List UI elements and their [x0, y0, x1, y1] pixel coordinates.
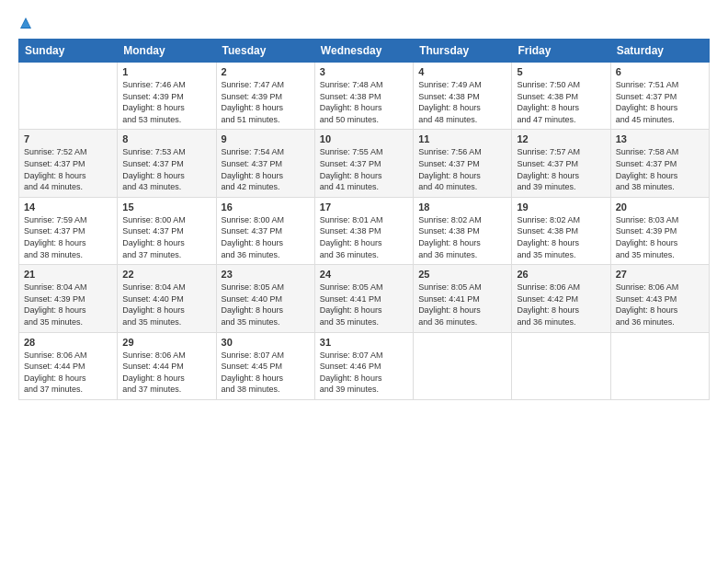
calendar-week-row: 28Sunrise: 8:06 AMSunset: 4:44 PMDayligh… [19, 332, 710, 399]
svg-marker-1 [21, 19, 30, 28]
day-number: 28 [24, 337, 112, 348]
day-info: Sunrise: 7:53 AMSunset: 4:37 PMDaylight:… [122, 146, 210, 192]
logo-icon [19, 17, 32, 29]
calendar-cell: 10Sunrise: 7:55 AMSunset: 4:37 PMDayligh… [314, 130, 413, 197]
calendar-cell: 13Sunrise: 7:58 AMSunset: 4:37 PMDayligh… [610, 130, 709, 197]
day-info: Sunrise: 7:48 AMSunset: 4:38 PMDaylight:… [320, 79, 408, 125]
day-info: Sunrise: 8:05 AMSunset: 4:40 PMDaylight:… [222, 282, 310, 327]
day-number: 11 [418, 133, 506, 144]
day-info: Sunrise: 8:02 AMSunset: 4:38 PMDaylight:… [418, 214, 506, 260]
calendar-cell: 3Sunrise: 7:48 AMSunset: 4:38 PMDaylight… [314, 63, 413, 130]
calendar-cell: 14Sunrise: 7:59 AMSunset: 4:37 PMDayligh… [19, 197, 118, 264]
calendar-week-row: 7Sunrise: 7:52 AMSunset: 4:37 PMDaylight… [19, 130, 710, 197]
day-number: 20 [616, 201, 704, 213]
day-number: 16 [222, 201, 310, 213]
day-number: 14 [24, 201, 112, 213]
weekday-header-tuesday: Tuesday [216, 40, 314, 63]
day-info: Sunrise: 7:59 AMSunset: 4:37 PMDaylight:… [24, 214, 112, 260]
day-number: 26 [517, 269, 605, 280]
calendar-cell: 7Sunrise: 7:52 AMSunset: 4:37 PMDaylight… [19, 130, 118, 197]
calendar-cell: 9Sunrise: 7:54 AMSunset: 4:37 PMDaylight… [216, 130, 314, 197]
calendar-week-row: 14Sunrise: 7:59 AMSunset: 4:37 PMDayligh… [19, 197, 710, 264]
day-info: Sunrise: 8:06 AMSunset: 4:43 PMDaylight:… [616, 282, 704, 327]
day-info: Sunrise: 8:06 AMSunset: 4:44 PMDaylight:… [122, 350, 210, 396]
day-info: Sunrise: 8:01 AMSunset: 4:38 PMDaylight:… [320, 214, 408, 260]
calendar: SundayMondayTuesdayWednesdayThursdayFrid… [18, 39, 710, 400]
weekday-header-saturday: Saturday [610, 40, 709, 63]
day-number: 19 [517, 201, 605, 213]
weekday-header-monday: Monday [118, 40, 216, 63]
day-info: Sunrise: 7:58 AMSunset: 4:37 PMDaylight:… [616, 146, 704, 192]
day-info: Sunrise: 8:04 AMSunset: 4:39 PMDaylight:… [24, 282, 112, 327]
day-info: Sunrise: 7:46 AMSunset: 4:39 PMDaylight:… [122, 79, 210, 125]
day-number: 12 [517, 133, 605, 144]
calendar-cell: 4Sunrise: 7:49 AMSunset: 4:38 PMDaylight… [414, 63, 512, 130]
calendar-cell: 23Sunrise: 8:05 AMSunset: 4:40 PMDayligh… [216, 265, 314, 332]
day-info: Sunrise: 8:06 AMSunset: 4:42 PMDaylight:… [517, 282, 605, 327]
calendar-cell: 31Sunrise: 8:07 AMSunset: 4:46 PMDayligh… [314, 332, 413, 399]
calendar-cell: 2Sunrise: 7:47 AMSunset: 4:39 PMDaylight… [216, 63, 314, 130]
logo [18, 17, 33, 29]
day-info: Sunrise: 8:07 AMSunset: 4:45 PMDaylight:… [222, 350, 310, 396]
calendar-week-row: 21Sunrise: 8:04 AMSunset: 4:39 PMDayligh… [19, 265, 710, 332]
day-info: Sunrise: 7:49 AMSunset: 4:38 PMDaylight:… [418, 79, 506, 125]
calendar-cell: 29Sunrise: 8:06 AMSunset: 4:44 PMDayligh… [118, 332, 216, 399]
calendar-cell [19, 63, 118, 130]
day-info: Sunrise: 7:54 AMSunset: 4:37 PMDaylight:… [222, 146, 310, 192]
day-number: 25 [418, 269, 506, 280]
calendar-cell: 1Sunrise: 7:46 AMSunset: 4:39 PMDaylight… [118, 63, 216, 130]
day-number: 31 [320, 337, 408, 348]
day-info: Sunrise: 7:55 AMSunset: 4:37 PMDaylight:… [320, 146, 408, 192]
calendar-cell: 11Sunrise: 7:56 AMSunset: 4:37 PMDayligh… [414, 130, 512, 197]
day-info: Sunrise: 8:00 AMSunset: 4:37 PMDaylight:… [222, 214, 310, 260]
calendar-cell: 26Sunrise: 8:06 AMSunset: 4:42 PMDayligh… [512, 265, 610, 332]
day-info: Sunrise: 8:07 AMSunset: 4:46 PMDaylight:… [320, 350, 408, 396]
calendar-cell: 6Sunrise: 7:51 AMSunset: 4:37 PMDaylight… [610, 63, 709, 130]
day-number: 6 [616, 66, 704, 77]
calendar-cell: 8Sunrise: 7:53 AMSunset: 4:37 PMDaylight… [118, 130, 216, 197]
calendar-cell: 12Sunrise: 7:57 AMSunset: 4:37 PMDayligh… [512, 130, 610, 197]
calendar-cell: 27Sunrise: 8:06 AMSunset: 4:43 PMDayligh… [610, 265, 709, 332]
calendar-cell: 19Sunrise: 8:02 AMSunset: 4:38 PMDayligh… [512, 197, 610, 264]
calendar-cell: 16Sunrise: 8:00 AMSunset: 4:37 PMDayligh… [216, 197, 314, 264]
day-number: 8 [122, 133, 210, 144]
day-info: Sunrise: 8:05 AMSunset: 4:41 PMDaylight:… [320, 282, 408, 327]
calendar-cell: 15Sunrise: 8:00 AMSunset: 4:37 PMDayligh… [118, 197, 216, 264]
calendar-week-row: 1Sunrise: 7:46 AMSunset: 4:39 PMDaylight… [19, 63, 710, 130]
day-info: Sunrise: 8:04 AMSunset: 4:40 PMDaylight:… [122, 282, 210, 327]
day-number: 22 [122, 269, 210, 280]
day-info: Sunrise: 7:52 AMSunset: 4:37 PMDaylight:… [24, 146, 112, 192]
day-number: 17 [320, 201, 408, 213]
day-number: 7 [24, 133, 112, 144]
day-info: Sunrise: 7:51 AMSunset: 4:37 PMDaylight:… [616, 79, 704, 125]
day-number: 18 [418, 201, 506, 213]
day-number: 2 [222, 66, 310, 77]
day-number: 4 [418, 66, 506, 77]
day-info: Sunrise: 7:57 AMSunset: 4:37 PMDaylight:… [517, 146, 605, 192]
day-number: 10 [320, 133, 408, 144]
day-number: 30 [222, 337, 310, 348]
weekday-header-sunday: Sunday [19, 40, 118, 63]
day-info: Sunrise: 7:56 AMSunset: 4:37 PMDaylight:… [418, 146, 506, 192]
calendar-cell [512, 332, 610, 399]
day-info: Sunrise: 8:06 AMSunset: 4:44 PMDaylight:… [24, 350, 112, 396]
calendar-cell: 24Sunrise: 8:05 AMSunset: 4:41 PMDayligh… [314, 265, 413, 332]
calendar-cell: 18Sunrise: 8:02 AMSunset: 4:38 PMDayligh… [414, 197, 512, 264]
day-number: 24 [320, 269, 408, 280]
calendar-cell: 30Sunrise: 8:07 AMSunset: 4:45 PMDayligh… [216, 332, 314, 399]
day-number: 15 [122, 201, 210, 213]
day-number: 23 [222, 269, 310, 280]
day-number: 13 [616, 133, 704, 144]
calendar-cell: 5Sunrise: 7:50 AMSunset: 4:38 PMDaylight… [512, 63, 610, 130]
day-number: 5 [517, 66, 605, 77]
calendar-cell: 21Sunrise: 8:04 AMSunset: 4:39 PMDayligh… [19, 265, 118, 332]
weekday-header-row: SundayMondayTuesdayWednesdayThursdayFrid… [19, 40, 710, 63]
weekday-header-thursday: Thursday [414, 40, 512, 63]
day-number: 27 [616, 269, 704, 280]
calendar-cell: 22Sunrise: 8:04 AMSunset: 4:40 PMDayligh… [118, 265, 216, 332]
day-number: 29 [122, 337, 210, 348]
day-info: Sunrise: 7:50 AMSunset: 4:38 PMDaylight:… [517, 79, 605, 125]
calendar-cell: 20Sunrise: 8:03 AMSunset: 4:39 PMDayligh… [610, 197, 709, 264]
day-info: Sunrise: 8:02 AMSunset: 4:38 PMDaylight:… [517, 214, 605, 260]
day-number: 3 [320, 66, 408, 77]
